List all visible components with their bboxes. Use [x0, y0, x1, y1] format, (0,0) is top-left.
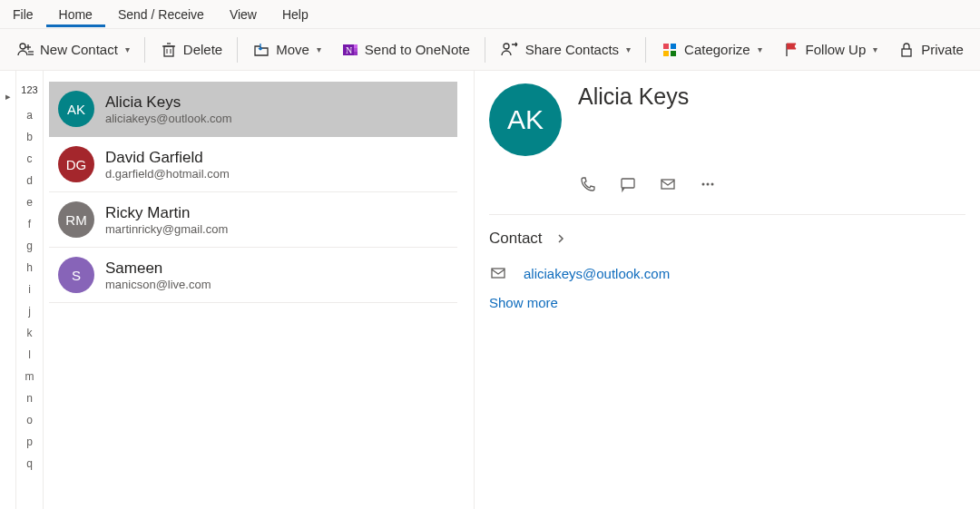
send-onenote-button[interactable]: N Send to OneNote: [332, 35, 479, 64]
menu-view[interactable]: View: [217, 2, 270, 27]
avatar: RM: [58, 201, 94, 238]
alpha-index-j[interactable]: j: [16, 300, 43, 322]
delete-label: Delete: [183, 42, 222, 57]
move-label: Move: [276, 42, 309, 57]
svg-rect-13: [354, 48, 358, 52]
svg-rect-12: [354, 44, 358, 48]
chat-button[interactable]: [618, 174, 638, 194]
share-contacts-button[interactable]: Share Contacts ▾: [491, 35, 640, 64]
detail-header: AK Alicia Keys: [489, 83, 965, 156]
section-divider: [489, 214, 965, 215]
svg-point-23: [702, 183, 705, 186]
alpha-index-i[interactable]: i: [16, 279, 43, 300]
alpha-index-q[interactable]: q: [16, 453, 43, 475]
move-button[interactable]: Move ▾: [243, 35, 330, 64]
contact-detail-pane: AK Alicia Keys Contact: [475, 71, 980, 509]
chevron-down-icon: ▾: [317, 44, 321, 54]
contact-info: David Garfieldd.garfield@hotmail.com: [105, 149, 230, 181]
follow-up-label: Follow Up: [806, 42, 867, 57]
alpha-index-m[interactable]: m: [16, 366, 43, 387]
svg-rect-18: [663, 51, 669, 56]
alpha-index-k[interactable]: k: [16, 322, 43, 344]
alpha-index-header[interactable]: 123: [16, 80, 43, 100]
categorize-button[interactable]: Categorize ▾: [652, 35, 771, 64]
svg-rect-16: [663, 44, 669, 49]
chevron-right-icon: ▸: [5, 91, 11, 509]
contact-section-header[interactable]: Contact: [489, 230, 965, 248]
alpha-index-b[interactable]: b: [16, 126, 43, 148]
contact-list: AKAlicia Keysaliciakeys@outlook.comDGDav…: [44, 71, 475, 509]
svg-rect-26: [492, 269, 505, 278]
new-contact-icon: [16, 41, 34, 59]
contact-name: David Garfield: [105, 149, 230, 167]
lock-icon: [897, 41, 916, 59]
menu-send-receive[interactable]: Send / Receive: [105, 2, 217, 27]
toolbar-separator: [645, 37, 646, 63]
svg-rect-5: [164, 46, 173, 56]
contact-email: manicson@live.com: [105, 278, 211, 291]
chevron-down-icon: ▾: [873, 44, 877, 54]
svg-rect-14: [354, 52, 358, 55]
contact-name: Ricky Martin: [105, 204, 228, 222]
avatar: DG: [58, 146, 94, 182]
alpha-index-h[interactable]: h: [16, 257, 43, 279]
main-area: ▸ 123 abcdefghijklmnopq AKAlicia Keysali…: [0, 71, 980, 509]
svg-rect-21: [622, 179, 634, 188]
delete-button[interactable]: Delete: [151, 35, 231, 64]
alpha-index-d[interactable]: d: [16, 170, 43, 191]
share-contacts-label: Share Contacts: [525, 42, 619, 57]
toolbar-separator: [485, 37, 485, 63]
contact-name: Alicia Keys: [105, 93, 232, 112]
avatar: S: [58, 257, 94, 293]
contact-list-item[interactable]: SSameenmanicson@live.com: [49, 248, 457, 303]
alpha-index-a[interactable]: a: [16, 104, 43, 126]
menu-help[interactable]: Help: [270, 2, 321, 27]
private-button[interactable]: Private: [888, 35, 973, 64]
follow-up-button[interactable]: Follow Up ▾: [773, 35, 887, 64]
toolbar: New Contact ▾ Delete Move ▾ N Send to On…: [0, 29, 980, 71]
toolbar-separator: [237, 37, 238, 63]
menu-bar: File Home Send / Receive View Help: [0, 0, 980, 29]
detail-name: Alicia Keys: [578, 83, 689, 110]
chevron-down-icon: ▾: [758, 44, 762, 54]
email-row: aliciakeys@outlook.com: [489, 264, 965, 282]
call-button[interactable]: [578, 174, 598, 194]
contact-list-item[interactable]: RMRicky Martinmartinricky@gmail.com: [49, 192, 457, 248]
alpha-index-f[interactable]: f: [16, 213, 43, 235]
alpha-index-n[interactable]: n: [16, 387, 43, 409]
alpha-index-p[interactable]: p: [16, 431, 43, 453]
contact-email: d.garfield@hotmail.com: [105, 167, 230, 181]
new-contact-label: New Contact: [40, 42, 118, 57]
alpha-index-g[interactable]: g: [16, 235, 43, 257]
menu-home[interactable]: Home: [46, 2, 105, 27]
contact-info: Sameenmanicson@live.com: [105, 259, 211, 291]
contact-info: Ricky Martinmartinricky@gmail.com: [105, 204, 228, 236]
share-contacts-icon: [500, 41, 520, 59]
email-button[interactable]: [658, 174, 678, 194]
alpha-index-l[interactable]: l: [16, 344, 43, 366]
more-actions-button[interactable]: [698, 174, 718, 194]
toolbar-separator: [144, 37, 145, 63]
svg-rect-17: [671, 44, 676, 49]
svg-rect-20: [902, 49, 911, 56]
alpha-index-o[interactable]: o: [16, 409, 43, 431]
contact-list-item[interactable]: AKAlicia Keysaliciakeys@outlook.com: [49, 82, 457, 137]
chevron-down-icon: ▾: [626, 44, 631, 54]
alpha-index-e[interactable]: e: [16, 191, 43, 213]
chevron-down-icon: ▾: [125, 44, 130, 54]
alpha-index-c[interactable]: c: [16, 148, 43, 170]
avatar: AK: [58, 91, 94, 127]
nav-expand-handle[interactable]: ▸: [0, 71, 16, 509]
show-more-link[interactable]: Show more: [489, 295, 558, 310]
mail-icon: [489, 264, 507, 282]
onenote-icon: N: [341, 41, 359, 59]
contact-info: Alicia Keysaliciakeys@outlook.com: [105, 93, 232, 125]
menu-file[interactable]: File: [0, 2, 46, 27]
svg-rect-19: [671, 51, 676, 56]
contact-list-item[interactable]: DGDavid Garfieldd.garfield@hotmail.com: [49, 137, 457, 192]
contact-email-link[interactable]: aliciakeys@outlook.com: [524, 266, 670, 281]
chevron-right-icon: [555, 233, 566, 244]
new-contact-button[interactable]: New Contact ▾: [7, 35, 139, 64]
contact-name: Sameen: [105, 259, 211, 278]
svg-point-25: [711, 183, 714, 186]
